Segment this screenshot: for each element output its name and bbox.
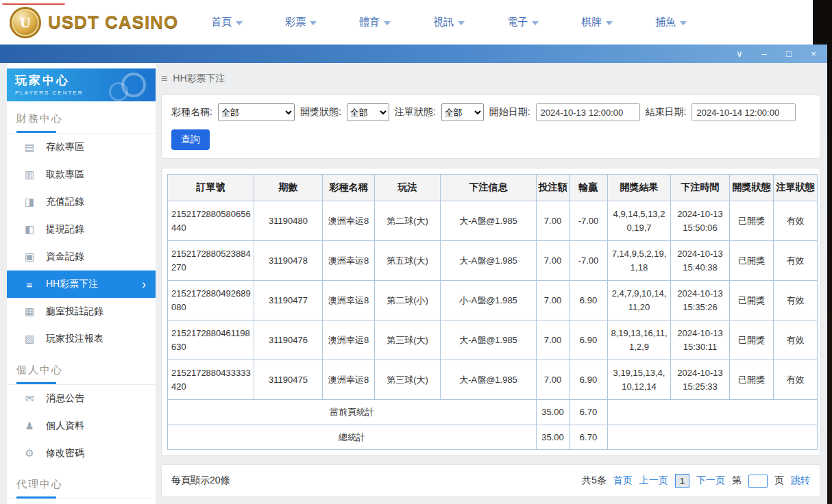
sidebar-item-label: 消息公告 [46,392,84,405]
cell-win: 6.90 [570,281,608,320]
first-page-link[interactable]: 首页 [613,475,633,487]
balls-decor-icon [121,73,146,97]
start-date-input[interactable] [536,103,640,121]
room-bets-icon: ▦ [23,305,36,318]
main-menu: 首頁 彩票 體育 視訊 電子 棋牌 捕魚 [211,16,687,29]
per-page-label: 每頁顯示20條 [171,475,230,487]
nav-item-home[interactable]: 首頁 [211,16,243,29]
cell-time: 2024-10-13 15:30:11 [671,320,730,360]
cell-lottery: 澳洲幸运8 [323,201,375,241]
chevron-down-icon [680,21,687,25]
sidebar: 玩家中心 PLAYERS CENTER 財務中心 ▤ 存款專區 ▥ 取款專區 ◨… [7,63,156,504]
sidebar-item-label: HH彩票下注 [46,278,98,290]
recharge-icon: ◨ [23,196,36,208]
profile-icon: ♟ [23,420,36,432]
chevron-down-icon [310,21,317,25]
site-logo[interactable]: U USDT CASINO [10,7,178,38]
page-number-input[interactable] [748,475,768,488]
hamburger-icon[interactable]: ≡ [161,73,167,85]
cell-amount: 7.00 [537,281,570,320]
draw-status-select[interactable]: 全部 [347,103,389,121]
grand-total-row: 總統計 35.00 6.70 [168,425,818,450]
current-page[interactable]: 1 [675,474,689,488]
nav-item-cards[interactable]: 棋牌 [581,16,613,29]
sidebar-item-label: 玩家投注報表 [46,333,103,345]
cell-lottery: 澳洲幸运8 [323,360,375,400]
start-date-label: 開始日期: [489,106,530,118]
sidebar-item-funds-records[interactable]: ▣ 資金記錄 [7,243,156,270]
page-suffix-label: 页 [774,475,784,487]
column-header: 開獎結果 [608,175,671,201]
nav-item-live[interactable]: 視訊 [433,16,465,29]
collapse-icon[interactable]: ∨ [734,49,745,58]
table-row: 2152172880433333420 31190475 澳洲幸运8 第三球(大… [168,360,818,400]
maximize-icon[interactable]: □ [783,49,794,58]
cell-draw-status: 已開獎 [730,201,774,241]
cell-order-no: 2152172880492689080 [168,281,254,320]
jump-link[interactable]: 跳转 [791,475,810,487]
cell-result: 4,9,14,5,13,20,19,7 [608,201,671,241]
logo-coin-icon: U [10,7,41,38]
cell-period: 31190480 [254,201,323,241]
sidebar-item-label: 充值記錄 [46,196,84,208]
nav-item-slots[interactable]: 電子 [507,16,539,29]
cell-bet-info: 小-A盤@1.985 [441,281,537,320]
sidebar-item-player-bet-report[interactable]: ▨ 玩家投注報表 [7,325,156,353]
cell-result: 3,19,15,13,4,10,12,14 [608,360,671,400]
cell-period: 31190476 [254,320,323,360]
sidebar-item-label: 取款專區 [46,168,84,181]
total-count: 共5条 [582,475,607,487]
section-personal-label: 個人中心 [16,364,63,375]
lottery-type-select[interactable]: 全部 [218,103,295,121]
sidebar-item-messages[interactable]: ✉ 消息公告 [7,385,156,412]
order-status-label: 注單狀態: [395,106,436,118]
sidebar-item-deposit[interactable]: ▤ 存款專區 [7,134,156,161]
sidebar-item-recharge-records[interactable]: ◨ 充值記錄 [7,188,156,216]
cell-win: 6.90 [570,320,608,360]
prev-page-link[interactable]: 上一页 [639,475,668,487]
order-status-select[interactable]: 全部 [441,103,484,121]
cell-draw-status: 已開獎 [730,320,774,360]
grand-total-label: 總統計 [168,425,537,450]
end-date-input[interactable] [692,103,796,121]
cell-result: 2,4,7,9,10,14,11,20 [608,281,671,320]
section-agent: 代理中心 [7,467,156,499]
cell-amount: 7.00 [537,241,570,281]
logo-text: USDT CASINO [48,12,178,33]
nav-item-fishing[interactable]: 捕魚 [655,16,687,29]
minimize-icon[interactable]: – [759,49,770,58]
nav-label: 棋牌 [581,16,602,29]
withdraw-icon: ▥ [23,168,36,181]
column-header: 下注時間 [671,175,730,201]
sidebar-item-room-bet-records[interactable]: ▦ 廳室投註記錄 [7,298,156,325]
cell-bet-info: 大-A盤@1.985 [441,241,537,281]
sidebar-item-label: 資金記錄 [46,251,84,263]
sidebar-item-profile[interactable]: ♟ 個人資料 [7,412,156,440]
section-accent-bar [16,496,56,499]
cell-win: 6.90 [570,360,608,400]
page-total-amount: 35.00 [537,400,570,425]
sidebar-item-cashout-records[interactable]: ◧ 提現記錄 [7,216,156,243]
section-personal: 個人中心 [7,353,156,385]
close-icon[interactable]: × [808,49,819,58]
nav-label: 首頁 [211,16,232,29]
table-row: 2152172880492689080 31190477 澳洲幸运8 第二球(小… [168,281,818,320]
cashout-icon: ◧ [23,223,36,236]
cell-time: 2024-10-13 15:50:06 [671,201,730,241]
column-header: 輸贏 [570,175,608,201]
next-page-link[interactable]: 下一页 [696,475,725,487]
sidebar-item-change-password[interactable]: ⚙ 修改密碼 [7,440,156,467]
search-button[interactable]: 查詢 [171,129,210,150]
sidebar-item-withdraw[interactable]: ▥ 取款專區 [7,161,156,188]
page-prefix-label: 第 [732,475,742,487]
sidebar-item-hh-lottery-bets[interactable]: ≡ HH彩票下注 › [7,270,156,298]
cell-play: 第二球(大) [375,201,441,241]
nav-item-sports[interactable]: 體育 [359,16,391,29]
cell-lottery: 澳洲幸运8 [323,241,375,281]
grand-total-amount: 35.00 [537,425,570,450]
sidebar-item-label: 廳室投註記錄 [46,305,103,318]
nav-item-lottery[interactable]: 彩票 [285,16,317,29]
funds-icon: ▣ [23,251,36,263]
section-agent-label: 代理中心 [16,478,63,490]
deposit-icon: ▤ [23,141,36,153]
